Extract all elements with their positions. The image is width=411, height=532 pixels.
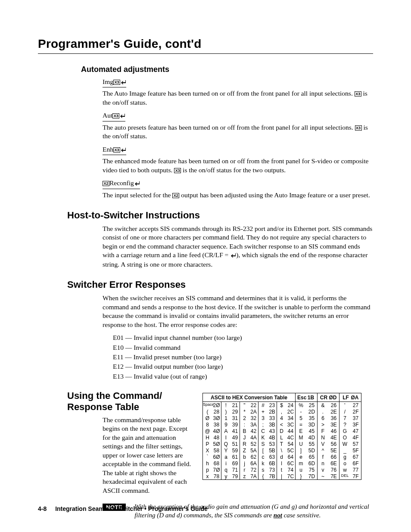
table-cell: "22: [240, 402, 258, 409]
text: case sensitive.: [282, 512, 321, 519]
table-cell: v76: [318, 467, 339, 473]
x3-tag: X3: [355, 125, 362, 131]
text: output has been adjusted using the Auto …: [179, 191, 370, 199]
table-cell: S53: [258, 441, 277, 447]
table-cell: I49: [221, 434, 240, 441]
table-cell: V56: [318, 441, 339, 447]
text: The auto presets feature has been turned…: [103, 124, 355, 131]
table-row: P5ØQ51R52S53T54U55V56W57: [203, 441, 361, 447]
table-cell: \5C: [277, 447, 296, 454]
table-cell: X58: [203, 447, 221, 454]
heading-host: Host-to-Switcher Instructions: [67, 210, 373, 221]
table-cell: #23: [258, 402, 277, 409]
table-cell: )29: [221, 408, 240, 415]
table-cell: d64: [277, 454, 296, 460]
x3-tag: X3: [174, 168, 181, 173]
table-extra-header: Esc1B: [296, 393, 318, 402]
error-code-list: E01 — Invalid input channel number (too …: [113, 333, 373, 381]
table-cell: 131: [221, 415, 240, 421]
table-cell: 232: [240, 415, 258, 421]
table-cell: ,2C: [277, 408, 296, 415]
table-cell: y79: [221, 473, 240, 480]
table-cell: T54: [277, 441, 296, 447]
table-cell: z7A: [240, 473, 258, 480]
cmd-aut: AutX3: [103, 111, 125, 121]
table-cell: u75: [296, 467, 318, 473]
table-cell: Y59: [221, 447, 240, 454]
table-cell: e65: [296, 454, 318, 460]
table-cell: g67: [339, 454, 361, 460]
text: The Auto Image feature has been turned o…: [103, 90, 355, 97]
table-cell: a61: [221, 454, 240, 460]
table-cell: %25: [296, 402, 318, 409]
table-row: X58Y59Z5A[5B\5C]5D^5E_5F: [203, 447, 361, 454]
cmd-aut-prefix: Aut: [103, 112, 112, 119]
table-cell: -2D: [296, 408, 318, 415]
return-icon: [231, 251, 236, 260]
table-cell: {7B: [258, 473, 277, 480]
cmd-reconfig-suffix: Reconfig: [109, 179, 134, 187]
cmd-enh-prefix: Enh: [103, 146, 113, 153]
table-cell: N4E: [318, 434, 339, 441]
table-cell: n6E: [318, 460, 339, 467]
x3-tag: X3: [113, 80, 120, 85]
table-row: H48I49J4AK4BL4CM4DN4EO4F: [203, 434, 361, 441]
table-cell: B42: [240, 428, 258, 434]
table-extra-header: LFØA: [339, 393, 361, 402]
table-row: `6Øa61b62c63d64e65f66g67: [203, 454, 361, 460]
table-cell: c63: [258, 454, 277, 460]
table-cell: W57: [339, 441, 361, 447]
table-cell: Ø3Ø: [203, 415, 221, 421]
table-row: Ø3Ø131232333434535636737: [203, 415, 361, 421]
table-cell: f66: [318, 454, 339, 460]
table-cell: !21: [221, 402, 240, 409]
return-icon: [120, 112, 125, 120]
table-cell: Space2Ø: [203, 402, 221, 409]
table-cell: (28: [203, 408, 221, 415]
cmd-img-prefix: Img: [103, 78, 113, 85]
table-cell: E45: [296, 428, 318, 434]
table-cell: b62: [240, 454, 258, 460]
rule: [38, 53, 373, 54]
error-code: E10 — Invalid command: [113, 343, 373, 352]
table-cell: h68: [203, 460, 221, 467]
cmd-reconfig: X2Reconfig: [103, 179, 140, 189]
x3-tag: X3: [355, 91, 361, 96]
table-cell: J4A: [240, 434, 258, 441]
table-cell: t74: [277, 467, 296, 473]
table-cell: :3A: [240, 421, 258, 428]
table-cell: F46: [318, 428, 339, 434]
host-body: The switcher accepts SIS commands throug…: [103, 224, 373, 269]
table-cell: |7C: [277, 473, 296, 480]
table-cell: D44: [277, 428, 296, 434]
table-cell: K4B: [258, 434, 277, 441]
table-cell: G47: [339, 428, 361, 434]
table-cell: L4C: [277, 434, 296, 441]
table-cell: w77: [339, 467, 361, 473]
table-cell: DEL7F: [339, 473, 361, 480]
table-cell: 434: [277, 415, 296, 421]
table-title: ASCII to HEX Conversion Table: [203, 393, 296, 402]
table-cell: o6F: [339, 460, 361, 467]
table-extra-header: CRØD: [318, 393, 339, 402]
table-cell: l6C: [277, 460, 296, 467]
table-row: h68i69j6Ak6Bl6Cm6Dn6Eo6F: [203, 460, 361, 467]
table-row: x78y79z7A{7B|7C}7D~7EDEL7F: [203, 473, 361, 480]
table-cell: P5Ø: [203, 441, 221, 447]
ascii-hex-table: ASCII to HEX Conversion TableEsc1BCRØDLF…: [202, 393, 361, 480]
table-cell: x78: [203, 473, 221, 480]
x2-tag: X2: [172, 193, 179, 198]
table-cell: [5B: [258, 447, 277, 454]
table-cell: =3D: [296, 421, 318, 428]
table-row: p7Øq71r72s73t74u75v76w77: [203, 467, 361, 473]
table-cell: /2F: [339, 408, 361, 415]
table-cell: k6B: [258, 460, 277, 467]
table-cell: 636: [318, 415, 339, 421]
return-icon: [135, 179, 140, 188]
cmdresp-body: The command/response table begins on the…: [103, 416, 192, 495]
error-code: E12 — Invalid output number (too large): [113, 362, 373, 371]
table-cell: _5F: [339, 447, 361, 454]
table-cell: i69: [221, 460, 240, 467]
table-cell: Z5A: [240, 447, 258, 454]
table-cell: 737: [339, 415, 361, 421]
